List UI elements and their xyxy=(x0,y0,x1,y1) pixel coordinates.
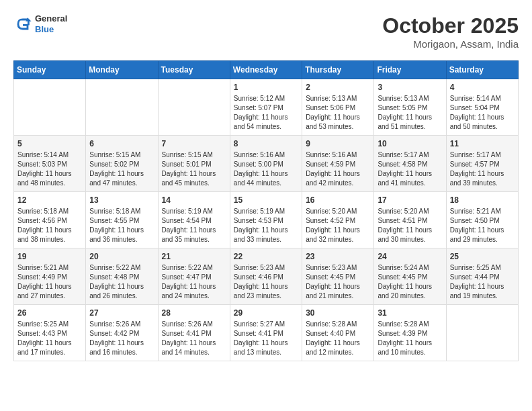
cell-line: Sunrise: 5:13 AM xyxy=(306,95,357,102)
cell-content: Sunrise: 5:26 AMSunset: 4:42 PMDaylight:… xyxy=(89,320,154,357)
cell-line: Daylight: 11 hours and 27 minutes. xyxy=(17,283,72,300)
location: Morigaon, Assam, India xyxy=(382,38,519,50)
cell-line: Daylight: 11 hours and 16 minutes. xyxy=(89,339,144,356)
cell-line: Sunset: 4:48 PM xyxy=(89,273,139,281)
cell-line: Sunset: 4:57 PM xyxy=(450,161,500,168)
calendar-cell: 25Sunrise: 5:25 AMSunset: 4:44 PMDayligh… xyxy=(446,248,518,305)
calendar-cell: 4Sunrise: 5:14 AMSunset: 5:04 PMDaylight… xyxy=(446,79,518,136)
cell-content: Sunrise: 5:13 AMSunset: 5:06 PMDaylight:… xyxy=(306,94,370,132)
cell-content: Sunrise: 5:22 AMSunset: 4:47 PMDaylight:… xyxy=(162,263,226,301)
cell-content: Sunrise: 5:18 AMSunset: 4:55 PMDaylight:… xyxy=(89,207,154,244)
cell-line: Sunset: 4:54 PM xyxy=(162,217,212,224)
calendar-weekday-header: Thursday xyxy=(302,61,374,79)
calendar-week-row: 5Sunrise: 5:14 AMSunset: 5:03 PMDaylight… xyxy=(14,136,519,192)
cell-line: Sunrise: 5:15 AM xyxy=(89,151,140,158)
cell-content: Sunrise: 5:22 AMSunset: 4:48 PMDaylight:… xyxy=(89,263,154,301)
cell-line: Sunrise: 5:14 AM xyxy=(450,95,501,102)
cell-content: Sunrise: 5:20 AMSunset: 4:51 PMDaylight:… xyxy=(378,207,442,244)
cell-content: Sunrise: 5:24 AMSunset: 4:45 PMDaylight:… xyxy=(378,263,442,301)
cell-line: Daylight: 11 hours and 19 minutes. xyxy=(450,283,504,300)
cell-content: Sunrise: 5:27 AMSunset: 4:41 PMDaylight:… xyxy=(234,320,298,357)
day-number: 19 xyxy=(17,252,82,261)
cell-content: Sunrise: 5:15 AMSunset: 5:01 PMDaylight:… xyxy=(162,150,226,188)
cell-line: Sunset: 5:02 PM xyxy=(89,161,139,168)
cell-line: Sunrise: 5:23 AM xyxy=(306,264,357,271)
cell-line: Sunset: 5:03 PM xyxy=(17,161,67,168)
day-number: 20 xyxy=(89,252,154,261)
calendar-weekday-header: Friday xyxy=(374,61,446,79)
cell-line: Daylight: 11 hours and 21 minutes. xyxy=(306,283,360,300)
cell-line: Sunset: 5:05 PM xyxy=(378,104,427,111)
day-number: 1 xyxy=(234,83,298,92)
cell-line: Sunrise: 5:14 AM xyxy=(17,151,69,158)
cell-content: Sunrise: 5:17 AMSunset: 4:58 PMDaylight:… xyxy=(378,150,442,188)
day-number: 12 xyxy=(17,195,82,205)
cell-line: Sunset: 4:44 PM xyxy=(450,273,500,281)
day-number: 7 xyxy=(162,139,226,148)
cell-line: Daylight: 11 hours and 41 minutes. xyxy=(378,170,432,187)
cell-line: Sunset: 4:42 PM xyxy=(89,330,139,337)
calendar-cell: 5Sunrise: 5:14 AMSunset: 5:03 PMDaylight… xyxy=(14,136,86,192)
cell-line: Sunset: 4:52 PM xyxy=(306,217,355,224)
cell-content: Sunrise: 5:21 AMSunset: 4:49 PMDaylight:… xyxy=(17,263,82,301)
cell-line: Sunrise: 5:20 AM xyxy=(306,208,357,215)
cell-line: Sunrise: 5:12 AM xyxy=(234,95,285,102)
day-number: 23 xyxy=(306,252,370,261)
day-number: 18 xyxy=(450,195,515,205)
cell-content: Sunrise: 5:15 AMSunset: 5:02 PMDaylight:… xyxy=(89,150,154,188)
cell-line: Sunrise: 5:16 AM xyxy=(234,151,285,158)
calendar-cell: 3Sunrise: 5:13 AMSunset: 5:05 PMDaylight… xyxy=(374,79,446,136)
cell-line: Sunrise: 5:17 AM xyxy=(378,151,429,158)
day-number: 11 xyxy=(450,139,515,148)
cell-line: Sunrise: 5:18 AM xyxy=(89,208,140,215)
cell-line: Sunrise: 5:18 AM xyxy=(17,208,69,215)
cell-line: Daylight: 11 hours and 26 minutes. xyxy=(89,283,144,300)
calendar-cell: 28Sunrise: 5:26 AMSunset: 4:41 PMDayligh… xyxy=(158,305,230,361)
calendar-week-row: 26Sunrise: 5:25 AMSunset: 4:43 PMDayligh… xyxy=(14,305,519,361)
cell-line: Sunset: 5:06 PM xyxy=(306,104,355,111)
cell-line: Sunrise: 5:13 AM xyxy=(378,95,429,102)
calendar-weekday-header: Monday xyxy=(86,61,158,79)
calendar-weekday-header: Sunday xyxy=(14,61,86,79)
cell-line: Daylight: 11 hours and 35 minutes. xyxy=(162,226,216,243)
calendar-cell: 18Sunrise: 5:21 AMSunset: 4:50 PMDayligh… xyxy=(446,192,518,248)
calendar-cell: 19Sunrise: 5:21 AMSunset: 4:49 PMDayligh… xyxy=(14,248,86,305)
cell-content: Sunrise: 5:17 AMSunset: 4:57 PMDaylight:… xyxy=(450,150,515,188)
day-number: 30 xyxy=(306,308,370,318)
cell-line: Sunset: 5:07 PM xyxy=(234,104,283,111)
month-title: October 2025 xyxy=(382,13,519,38)
cell-line: Daylight: 11 hours and 17 minutes. xyxy=(17,339,72,356)
page-header: General Blue October 2025 Morigaon, Assa… xyxy=(13,13,519,50)
cell-line: Daylight: 11 hours and 23 minutes. xyxy=(234,283,288,300)
day-number: 17 xyxy=(378,195,442,205)
day-number: 14 xyxy=(162,195,226,205)
cell-line: Sunset: 4:49 PM xyxy=(17,273,67,281)
calendar-cell xyxy=(86,79,158,136)
calendar-cell: 2Sunrise: 5:13 AMSunset: 5:06 PMDaylight… xyxy=(302,79,374,136)
cell-line: Sunset: 4:40 PM xyxy=(306,330,355,337)
title-block: October 2025 Morigaon, Assam, India xyxy=(382,13,519,50)
cell-line: Sunset: 4:51 PM xyxy=(378,217,427,224)
cell-line: Daylight: 11 hours and 47 minutes. xyxy=(89,170,144,187)
cell-line: Sunrise: 5:25 AM xyxy=(450,264,501,271)
cell-line: Sunset: 4:43 PM xyxy=(17,330,67,337)
day-number: 25 xyxy=(450,252,515,261)
cell-line: Sunrise: 5:21 AM xyxy=(17,264,69,271)
cell-content: Sunrise: 5:21 AMSunset: 4:50 PMDaylight:… xyxy=(450,207,515,244)
cell-line: Sunset: 4:53 PM xyxy=(234,217,283,224)
cell-line: Sunrise: 5:22 AM xyxy=(162,264,213,271)
cell-line: Sunset: 4:59 PM xyxy=(306,161,355,168)
cell-content: Sunrise: 5:25 AMSunset: 4:44 PMDaylight:… xyxy=(450,263,515,301)
calendar-cell: 6Sunrise: 5:15 AMSunset: 5:02 PMDaylight… xyxy=(86,136,158,192)
cell-line: Daylight: 11 hours and 36 minutes. xyxy=(89,226,144,243)
cell-line: Sunrise: 5:20 AM xyxy=(378,208,429,215)
calendar-cell: 12Sunrise: 5:18 AMSunset: 4:56 PMDayligh… xyxy=(14,192,86,248)
day-number: 26 xyxy=(17,308,82,318)
cell-line: Daylight: 11 hours and 24 minutes. xyxy=(162,283,216,300)
cell-content: Sunrise: 5:14 AMSunset: 5:04 PMDaylight:… xyxy=(450,94,515,132)
cell-line: Sunrise: 5:28 AM xyxy=(306,320,357,328)
calendar-week-row: 1Sunrise: 5:12 AMSunset: 5:07 PMDaylight… xyxy=(14,79,519,136)
cell-line: Sunrise: 5:16 AM xyxy=(306,151,357,158)
calendar-cell: 27Sunrise: 5:26 AMSunset: 4:42 PMDayligh… xyxy=(86,305,158,361)
cell-line: Daylight: 11 hours and 30 minutes. xyxy=(378,226,432,243)
